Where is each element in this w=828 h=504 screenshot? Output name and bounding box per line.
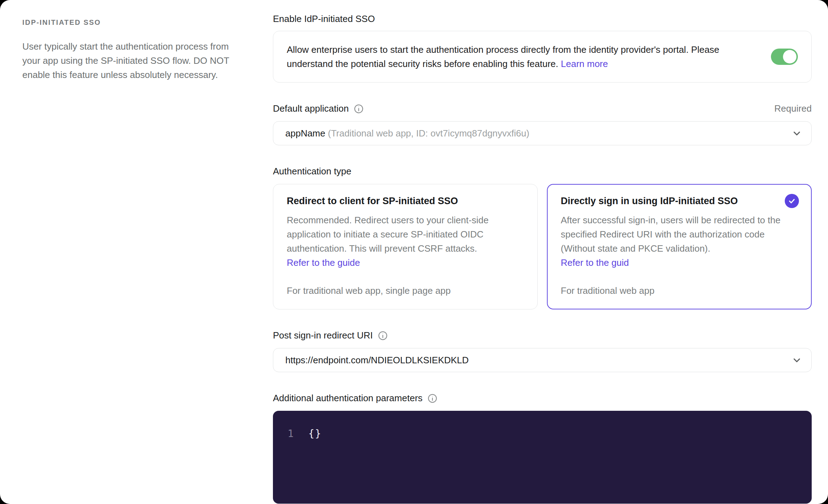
option-sp-initiated[interactable]: Redirect to client for SP-initiated SSO … — [273, 184, 538, 309]
app-name-text: appName — [285, 128, 325, 139]
enable-sso-toggle[interactable] — [771, 49, 798, 65]
refer-guide-link[interactable]: Refer to the guide — [287, 256, 360, 270]
default-application-label: Default application — [273, 103, 349, 114]
chevron-down-icon — [791, 128, 802, 139]
section-description: User typically start the authentication … — [22, 39, 235, 82]
option-footer: For traditional web app, single page app — [287, 270, 524, 296]
code-content[interactable]: {} — [308, 428, 322, 439]
authentication-type-label: Authentication type — [273, 166, 351, 177]
info-icon[interactable] — [353, 103, 364, 114]
redirect-uri-label: Post sign-in redirect URI — [273, 330, 373, 341]
settings-page: IDP-INITIATED SSO User typically start t… — [0, 0, 828, 504]
section-form: Enable IdP-initiated SSO Allow enterpris… — [273, 0, 828, 504]
enable-sso-label: Enable IdP-initiated SSO — [273, 13, 375, 24]
redirect-uri-select[interactable]: https://endpoint.com/NDIEOLDLKSIEKDKLD — [273, 348, 812, 372]
code-line: 1 {} — [273, 428, 812, 439]
app-meta-text: (Traditional web app, ID: ovt7icymq87dgn… — [328, 128, 529, 139]
option-idp-initiated[interactable]: Directly sign in using IdP-initiated SSO… — [547, 184, 812, 309]
default-application-section: Default application Required appName — [273, 103, 812, 145]
enable-sso-card: Allow enterprise users to start the auth… — [273, 31, 812, 83]
option-description: Recommended. Redirect users to your clie… — [287, 213, 524, 270]
info-icon[interactable] — [427, 393, 438, 404]
section-title: IDP-INITIATED SSO — [22, 18, 252, 27]
refer-guide-link[interactable]: Refer to the guid — [561, 256, 629, 270]
redirect-uri-value: https://endpoint.com/NDIEOLDLKSIEKDKLD — [285, 355, 791, 366]
info-icon[interactable] — [377, 330, 388, 341]
option-description: After successful sign-in, users will be … — [561, 213, 798, 270]
authentication-type-section: Authentication type Redirect to client f… — [273, 166, 812, 309]
auth-params-code-editor[interactable]: 1 {} — [273, 411, 812, 504]
option-title: Directly sign in using IdP-initiated SSO — [561, 196, 798, 207]
required-badge: Required — [774, 103, 812, 114]
option-footer: For traditional web app — [561, 270, 798, 296]
enable-sso-description-text: Allow enterprise users to start the auth… — [287, 44, 719, 69]
auth-params-section: Additional authentication parameters 1 {… — [273, 393, 812, 504]
default-application-value: appName (Traditional web app, ID: ovt7ic… — [285, 128, 791, 139]
learn-more-link[interactable]: Learn more — [561, 58, 608, 69]
redirect-uri-section: Post sign-in redirect URI https://endpoi… — [273, 330, 812, 372]
option-description-text: After successful sign-in, users will be … — [561, 215, 781, 254]
auth-params-label: Additional authentication parameters — [273, 393, 423, 404]
toggle-knob — [783, 50, 796, 63]
line-number: 1 — [273, 428, 308, 439]
option-description-text: Recommended. Redirect users to your clie… — [287, 215, 488, 254]
chevron-down-icon — [791, 355, 802, 365]
enable-sso-description: Allow enterprise users to start the auth… — [287, 43, 755, 71]
auth-type-options: Redirect to client for SP-initiated SSO … — [273, 184, 812, 309]
default-application-select[interactable]: appName (Traditional web app, ID: ovt7ic… — [273, 121, 812, 145]
selected-check-icon — [785, 194, 799, 208]
section-explainer: IDP-INITIATED SSO User typically start t… — [0, 0, 273, 504]
option-title: Redirect to client for SP-initiated SSO — [287, 196, 524, 207]
